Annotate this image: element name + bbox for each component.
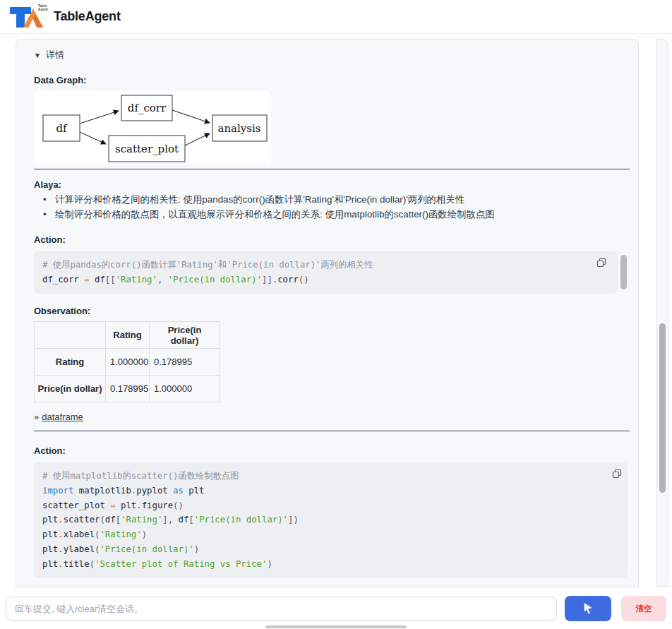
- chat-input[interactable]: [6, 597, 557, 621]
- dataframe-link-prefix: »: [34, 412, 39, 422]
- alaya-bullet-2: 绘制评分和价格的散点图，以直观地展示评分和价格之间的关系: 使用matplotl…: [34, 209, 630, 220]
- send-button[interactable]: [565, 596, 611, 621]
- chat-detail-panel: ▼详情 Data Graph: df df_corr scatter_plot …: [16, 39, 639, 587]
- dataframe-link-row: »dataframe: [34, 412, 630, 422]
- app-header: Table Agent TableAgent: [0, 0, 672, 34]
- data-graph-figure: df df_corr scatter_plot analysis: [34, 91, 271, 164]
- code-content-scatter: # 使用matplotlib的scatter()函数绘制散点图import ma…: [34, 462, 628, 578]
- action-label-2: Action:: [34, 445, 630, 456]
- code-block-scatter: # 使用matplotlib的scatter()函数绘制散点图import ma…: [34, 462, 630, 578]
- row-label-rating: Rating: [35, 349, 106, 376]
- code-content-corr: # 使用pandas的corr()函数计算'Rating'和'Price(in …: [34, 251, 618, 294]
- svg-text:df: df: [56, 122, 68, 135]
- row-label-price: Price(in dollar): [35, 376, 106, 402]
- details-summary-label: 详情: [46, 49, 64, 60]
- code-scrollbar-thumb[interactable]: [620, 255, 627, 289]
- svg-text:scatter_plot: scatter_plot: [115, 143, 179, 155]
- page-scrollbar-thumb[interactable]: [659, 323, 666, 493]
- cell-value: 1.000000: [150, 376, 220, 402]
- table-row: Price(in dollar) 0.178995 1.000000: [35, 376, 220, 402]
- page-scrollbar-track[interactable]: [656, 39, 668, 587]
- code-block-corr: # 使用pandas的corr()函数计算'Rating'和'Price(in …: [34, 251, 630, 294]
- correlation-table: Rating Price(in dollar) Rating 1.000000 …: [34, 321, 220, 402]
- alaya-label: Alaya:: [34, 179, 630, 190]
- svg-text:analysis: analysis: [217, 122, 260, 135]
- send-cursor-icon: [580, 601, 596, 616]
- details-toggle[interactable]: ▼详情: [34, 49, 630, 61]
- app-title: TableAgent: [54, 9, 121, 24]
- alaya-bullet-list: 计算评分和价格之间的相关性: 使用pandas的corr()函数计算'Ratin…: [34, 194, 630, 220]
- copy-icon[interactable]: [596, 258, 607, 269]
- chat-input-bar: 清空: [0, 592, 672, 625]
- gesture-bar: [265, 625, 407, 628]
- observation-label-1: Observation:: [34, 306, 630, 316]
- chevron-down-icon: ▼: [34, 52, 41, 59]
- dataframe-link[interactable]: dataframe: [42, 412, 83, 422]
- tableagent-logo-icon: Table Agent: [8, 4, 45, 30]
- section-divider: [34, 169, 630, 169]
- table-header-empty: [35, 322, 106, 349]
- section-divider: [34, 431, 630, 431]
- table-header-row: Rating Price(in dollar): [35, 322, 220, 349]
- table-row: Rating 1.000000 0.178995: [35, 349, 220, 376]
- copy-icon[interactable]: [611, 469, 623, 480]
- table-header-price: Price(in dollar): [150, 322, 220, 349]
- data-graph-label: Data Graph:: [34, 75, 630, 85]
- clear-button[interactable]: 清空: [621, 596, 666, 621]
- cell-value: 0.178995: [150, 349, 220, 376]
- svg-text:df_corr: df_corr: [128, 102, 167, 114]
- alaya-bullet-1: 计算评分和价格之间的相关性: 使用pandas的corr()函数计算'Ratin…: [34, 194, 630, 205]
- logo-tiny-text: Table Agent: [38, 4, 48, 11]
- cell-value: 1.000000: [106, 349, 150, 376]
- table-header-rating: Rating: [106, 322, 150, 349]
- action-label-1: Action:: [34, 234, 630, 245]
- cell-value: 0.178995: [106, 376, 150, 402]
